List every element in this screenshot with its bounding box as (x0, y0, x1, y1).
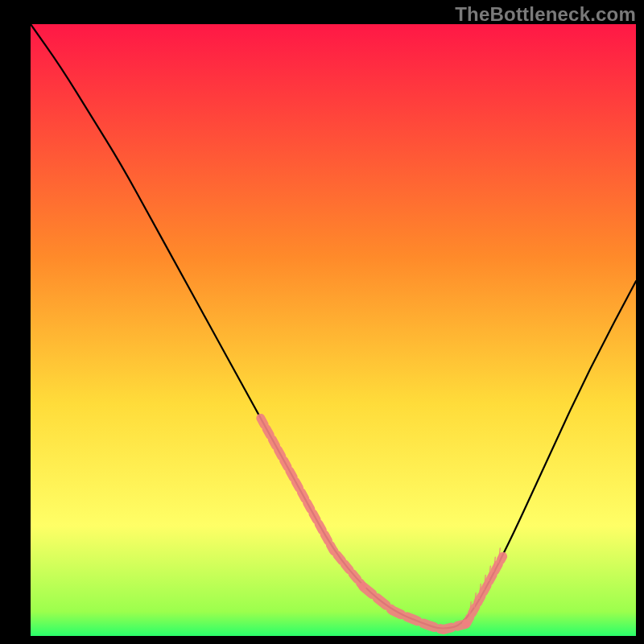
chart-frame: TheBottleneck.com (0, 0, 644, 644)
bottleneck-chart (0, 0, 644, 644)
